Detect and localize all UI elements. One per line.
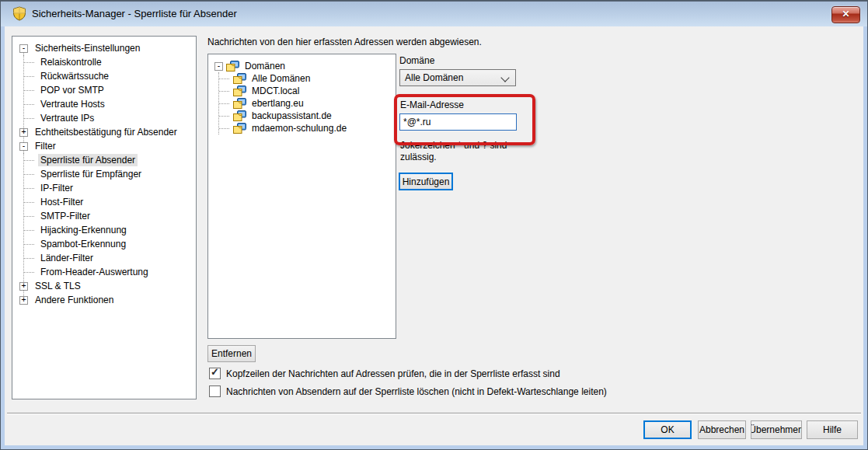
checkbox-label: Nachrichten von Absendern auf der Sperrl… [226,386,607,397]
chevron-down-icon [500,73,509,82]
wildcard-note: Jokerzeichen * und ? sind zulässig. [400,140,531,163]
sidebar-item-label: Rückwärtssuche [38,70,111,82]
domain-list-box: - Domänen Alle Domänen MDCT.local [207,54,396,339]
sidebar-item-label: Host-Filter [38,196,85,208]
expander-minus-icon[interactable]: - [19,44,28,53]
checkbox-unchecked[interactable] [209,385,221,397]
expander-minus-icon[interactable]: - [19,142,28,151]
domain-tree-root-label: Domänen [242,60,288,72]
dialog-client-area: - Sicherheits-Einstellungen Relaiskontro… [5,26,863,445]
domain-select[interactable]: Alle Domänen [399,69,516,86]
domain-tree: - Domänen Alle Domänen MDCT.local [208,54,396,134]
domain-tree-item-label: ebertlang.eu [249,97,306,110]
sidebar-item-vertraute-ips[interactable]: Vertraute IPs [24,111,196,125]
expander-plus-icon[interactable]: + [19,128,28,137]
sidebar-item-label: Sicherheits-Einstellungen [33,42,142,54]
sidebar-item-label: POP vor SMTP [38,84,106,96]
expander-plus-icon[interactable]: + [19,282,28,291]
sidebar-item-label: IP-Filter [38,182,75,194]
help-button[interactable]: Hilfe [807,420,858,439]
domain-icon [233,73,246,84]
domain-icon [233,123,246,134]
sidebar-item-label: Spambot-Erkennung [38,238,128,250]
checkbox-checked[interactable]: ✓ [209,368,221,379]
cancel-button[interactable]: Abbrechen [698,420,746,439]
sidebar-item-label: Hijacking-Erkennung [38,224,129,236]
domain-select-label: Domäne [399,55,434,66]
sidebar-item-label: Länder-Filter [38,252,96,264]
sidebar-item-rueckwaertssuche[interactable]: Rückwärtssuche [24,69,196,83]
sidebar-item-laender-filter[interactable]: Länder-Filter [24,251,196,265]
sidebar-item-echtheitsbestaetigung[interactable]: + Echtheitsbestätigung für Absender [12,125,196,139]
sidebar-item-label: SMTP-Filter [38,210,92,222]
sidebar-item-relaiskontrolle[interactable]: Relaiskontrolle [24,55,196,69]
close-icon: ✕ [842,9,849,19]
sidebar-item-label: Relaiskontrolle [38,56,104,68]
sidebar-item-label: Vertraute IPs [38,112,96,124]
settings-tree: - Sicherheits-Einstellungen Relaiskontro… [12,37,196,307]
sidebar-item-ssl-tls[interactable]: + SSL & TLS [12,279,196,293]
domain-tree-root[interactable]: - Domänen [208,60,396,72]
sidebar-item-label: SSL & TLS [33,280,83,292]
domain-tree-item-label: Alle Domänen [249,72,312,85]
domain-tree-item-alle-domaenen[interactable]: Alle Domänen [219,72,396,85]
domain-tree-item-label: mdaemon-schulung.de [249,122,349,134]
security-manager-window: Sicherheits-Manager - Sperrliste für Abs… [0,0,868,450]
domain-tree-item-label: backupassistant.de [249,110,334,122]
sidebar-item-label: Andere Funktionen [33,294,116,306]
sidebar-item-label: Filter [33,140,58,152]
sidebar-item-label: Vertraute Hosts [38,98,107,110]
sidebar-item-hijacking-erkennung[interactable]: Hijacking-Erkennung [24,223,196,237]
ok-button[interactable]: OK [643,420,692,439]
sidebar-item-from-header-auswertung[interactable]: From-Header-Auswertung [24,265,196,279]
intro-text: Nachrichten von den hier erfassten Adres… [207,37,482,47]
sidebar-item-filter[interactable]: - Filter [12,139,196,153]
settings-nav-panel: - Sicherheits-Einstellungen Relaiskontro… [12,36,197,399]
domain-tree-item-backupassistant-de[interactable]: backupassistant.de [219,110,396,122]
checkbox-row-check-headers: ✓ Kopfzeilen der Nachrichten auf Adresse… [209,368,560,379]
sidebar-item-ip-filter[interactable]: IP-Filter [24,181,196,195]
domain-icon [233,98,246,109]
expander-plus-icon[interactable]: + [19,296,28,305]
sidebar-item-spambot-erkennung[interactable]: Spambot-Erkennung [24,237,196,251]
sidebar-item-vertraute-hosts[interactable]: Vertraute Hosts [24,97,196,111]
domain-select-value: Alle Domänen [405,72,463,83]
sidebar-item-label-selected: Sperrliste für Absender [38,154,138,166]
sidebar-item-label: Sperrliste für Empfänger [38,168,144,180]
email-input[interactable] [399,113,517,131]
sidebar-item-sperrliste-empfaenger[interactable]: Sperrliste für Empfänger [24,167,196,181]
sidebar-item-sicherheits-einstellungen[interactable]: - Sicherheits-Einstellungen [12,41,196,55]
sidebar-item-smtp-filter[interactable]: SMTP-Filter [24,209,196,223]
title-bar[interactable]: Sicherheits-Manager - Sperrliste für Abs… [1,1,867,26]
check-icon: ✓ [211,366,219,378]
window-title: Sicherheits-Manager - Sperrliste für Abs… [32,8,237,19]
footer-separator [7,413,861,414]
domain-icon [233,85,246,96]
domain-tree-item-ebertlang-eu[interactable]: ebertlang.eu [219,97,396,110]
domain-tree-item-mdaemon-schulung-de[interactable]: mdaemon-schulung.de [219,122,396,134]
domain-tree-item-label: MDCT.local [249,85,302,97]
remove-button[interactable]: Entfernen [207,345,256,362]
apply-button[interactable]: Übernehmen [751,420,802,439]
domain-icon [226,61,239,72]
shield-icon [12,6,26,21]
domain-tree-item-mdct-local[interactable]: MDCT.local [219,85,396,97]
expander-minus-icon[interactable]: - [214,62,223,71]
checkbox-label: Kopfzeilen der Nachrichten auf Adressen … [226,368,560,379]
sidebar-item-sperrliste-absender[interactable]: Sperrliste für Absender [24,153,196,167]
sidebar-item-host-filter[interactable]: Host-Filter [24,195,196,209]
sidebar-item-label: Echtheitsbestätigung für Absender [33,126,180,138]
sidebar-item-label: From-Header-Auswertung [38,266,151,278]
close-button[interactable]: ✕ [831,6,860,23]
tree-children: Relaiskontrolle Rückwärtssuche POP vor S… [23,55,196,125]
add-button[interactable]: Hinzufügen [399,173,453,190]
sidebar-item-andere-funktionen[interactable]: + Andere Funktionen [12,293,196,307]
checkbox-row-delete-messages: Nachrichten von Absendern auf der Sperrl… [209,385,607,397]
domain-icon [233,110,246,121]
tree-children: Sperrliste für Absender Sperrliste für E… [23,153,196,279]
tree-children: Alle Domänen MDCT.local ebertlang.eu bac… [218,72,396,134]
sidebar-item-pop-vor-smtp[interactable]: POP vor SMTP [24,83,196,97]
email-address-label: E-Mail-Adresse [400,99,464,110]
